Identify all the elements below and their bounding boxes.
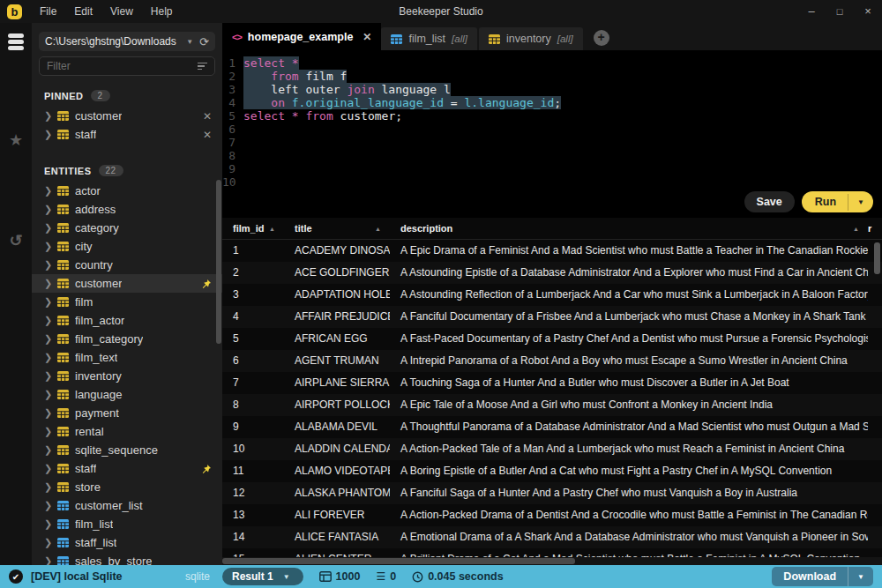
cell-film-id[interactable]: 2 xyxy=(222,262,284,284)
download-button-label[interactable]: Download xyxy=(772,567,848,586)
unpin-close-icon[interactable]: ✕ xyxy=(203,110,212,123)
chevron-right-icon[interactable]: ❯ xyxy=(44,463,51,474)
maximize-button[interactable]: □ xyxy=(826,0,854,23)
cell-film-id[interactable]: 7 xyxy=(222,372,284,394)
cell-description[interactable]: A Intrepid Panorama of a Robot And a Boy… xyxy=(390,350,868,372)
pinned-item-staff[interactable]: ❯ staff ✕ xyxy=(32,125,222,144)
minimize-button[interactable]: – xyxy=(797,0,826,23)
cell-film-id[interactable]: 11 xyxy=(222,460,284,482)
table-row[interactable]: 3 ADAPTATION HOLES A Astounding Reflecti… xyxy=(222,284,882,306)
menu-help[interactable]: Help xyxy=(151,5,173,18)
cell-description[interactable]: A Astounding Reflection of a Lumberjack … xyxy=(390,284,868,306)
cell-description[interactable]: A Touching Saga of a Hunter And a Butler… xyxy=(390,372,868,394)
table-row[interactable]: 6 AGENT TRUMAN A Intrepid Panorama of a … xyxy=(222,350,882,372)
column-header-film-id[interactable]: film_id ▲ xyxy=(222,223,284,234)
entity-item-city[interactable]: ❯ city xyxy=(32,237,222,256)
chevron-right-icon[interactable]: ❯ xyxy=(44,259,51,271)
code-line-7[interactable]: 7 xyxy=(222,136,882,149)
entity-item-address[interactable]: ❯ address xyxy=(32,200,222,219)
chevron-right-icon[interactable]: ❯ xyxy=(44,518,51,530)
code-line-9[interactable]: 9 xyxy=(222,162,882,175)
entity-item-film_category[interactable]: ❯ film_category xyxy=(32,330,222,348)
table-row[interactable]: 12 ALASKA PHANTOM A Fanciful Saga of a H… xyxy=(222,482,882,504)
save-button[interactable]: Save xyxy=(744,191,795,212)
entity-item-rental[interactable]: ❯ rental xyxy=(32,422,222,441)
pin-icon[interactable] xyxy=(201,464,212,474)
chevron-right-icon[interactable]: ❯ xyxy=(44,555,51,565)
run-button-label[interactable]: Run xyxy=(802,191,848,212)
unpin-close-icon[interactable]: ✕ xyxy=(203,129,212,141)
chevron-right-icon[interactable]: ❯ xyxy=(44,407,51,419)
chevron-right-icon[interactable]: ❯ xyxy=(44,333,51,345)
entity-item-store[interactable]: ❯ store xyxy=(32,478,222,496)
code-line-1[interactable]: 1 select * xyxy=(222,56,882,70)
cell-title[interactable]: AFFAIR PREJUDICE xyxy=(284,306,390,328)
sql-editor[interactable]: 1 select * 2 from film f 3 left outer jo… xyxy=(222,50,882,218)
sort-icon[interactable]: ▲ xyxy=(269,226,275,232)
table-row[interactable]: 7 AIRPLANE SIERRA A Touching Saga of a H… xyxy=(222,372,882,394)
table-row[interactable]: 9 ALABAMA DEVIL A Thoughtful Panorama of… xyxy=(222,416,882,438)
chevron-right-icon[interactable]: ❯ xyxy=(44,204,51,215)
code-line-4[interactable]: 4 on f.original_language_id = l.language… xyxy=(222,96,882,109)
cell-title[interactable]: AGENT TRUMAN xyxy=(284,350,390,372)
cell-title[interactable]: AIRPORT POLLOCK xyxy=(284,394,390,416)
sidebar-scrollbar[interactable] xyxy=(216,180,221,344)
entity-filter-input[interactable]: Filter xyxy=(39,56,215,76)
run-button[interactable]: Run ▼ xyxy=(802,191,873,212)
cell-film-id[interactable]: 12 xyxy=(222,482,284,504)
table-row[interactable]: 4 AFFAIR PREJUDICE A Fanciful Documentar… xyxy=(222,306,882,328)
chevron-right-icon[interactable]: ❯ xyxy=(44,129,51,140)
cell-title[interactable]: ACE GOLDFINGER xyxy=(284,262,390,284)
cell-title[interactable]: ALADDIN CALENDAR xyxy=(284,438,390,460)
chevron-right-icon[interactable]: ❯ xyxy=(44,500,51,511)
sort-icon[interactable]: ▲ xyxy=(375,226,381,232)
cell-description[interactable]: A Fast-Paced Documentary of a Pastry Che… xyxy=(390,328,868,350)
code-line-2[interactable]: 2 from film f xyxy=(222,70,882,83)
history-icon[interactable]: ↺ xyxy=(0,231,32,250)
cell-film-id[interactable]: 14 xyxy=(222,526,284,548)
chevron-right-icon[interactable]: ❯ xyxy=(44,481,51,493)
menu-edit[interactable]: Edit xyxy=(74,5,93,18)
entities-section-header[interactable]: ENTITIES 22 xyxy=(32,144,222,182)
chevron-right-icon[interactable]: ❯ xyxy=(44,185,51,197)
cell-description[interactable]: A Fanciful Documentary of a Frisbee And … xyxy=(390,306,868,328)
entity-item-film_list[interactable]: ❯ film_list xyxy=(32,515,222,533)
download-dropdown-caret-icon[interactable]: ▼ xyxy=(848,567,873,586)
chevron-right-icon[interactable]: ❯ xyxy=(44,241,51,252)
chevron-right-icon[interactable]: ❯ xyxy=(44,110,51,122)
pin-icon[interactable] xyxy=(201,279,212,289)
chevron-right-icon[interactable]: ❯ xyxy=(44,315,51,326)
cell-description[interactable]: A Action-Packed Drama of a Dentist And a… xyxy=(390,504,868,526)
cell-title[interactable]: ADAPTATION HOLES xyxy=(284,284,390,306)
pinned-section-header[interactable]: PINNED 2 xyxy=(32,76,222,107)
table-row[interactable]: 10 ALADDIN CALENDAR A Action-Packed Tale… xyxy=(222,438,882,460)
cell-title[interactable]: ALI FOREVER xyxy=(284,504,390,526)
result-selector[interactable]: Result 1 ▼ xyxy=(222,568,303,585)
cell-description[interactable]: A Fanciful Saga of a Hunter And a Pastry… xyxy=(390,482,868,504)
tab-film_list[interactable]: film_list [all] xyxy=(381,27,477,50)
chevron-right-icon[interactable]: ❯ xyxy=(44,370,51,382)
cell-description[interactable]: A Epic Drama of a Feminist And a Mad Sci… xyxy=(390,240,868,262)
cell-film-id[interactable]: 8 xyxy=(222,394,284,416)
cell-description[interactable]: A Epic Tale of a Moose And a Girl who mu… xyxy=(390,394,868,416)
tab-homepage_example[interactable]: <>homepage_example ✕ xyxy=(222,23,381,50)
cell-description[interactable]: A Boring Epistle of a Butler And a Cat w… xyxy=(390,460,868,482)
cell-description[interactable]: A Action-Packed Tale of a Man And a Lumb… xyxy=(390,438,868,460)
entity-item-sqlite_sequence[interactable]: ❯ sqlite_sequence xyxy=(32,441,222,459)
cell-film-id[interactable]: 6 xyxy=(222,350,284,372)
cell-title[interactable]: ALAMO VIDEOTAPE xyxy=(284,460,390,482)
database-path-select[interactable]: C:\Users\ghstng\Downloads ▼ ⟳ xyxy=(39,32,215,51)
code-line-8[interactable]: 8 xyxy=(222,149,882,162)
cell-title[interactable]: AFRICAN EGG xyxy=(284,328,390,350)
code-line-10[interactable]: 10 xyxy=(222,175,882,189)
horizontal-scrollbar-track[interactable] xyxy=(222,557,882,565)
close-button[interactable]: × xyxy=(854,0,882,23)
table-row[interactable]: 1 ACADEMY DINOSAUR A Epic Drama of a Fem… xyxy=(222,240,882,262)
cell-film-id[interactable]: 10 xyxy=(222,438,284,460)
entity-item-payment[interactable]: ❯ payment xyxy=(32,404,222,422)
chevron-right-icon[interactable]: ❯ xyxy=(44,389,51,400)
cell-film-id[interactable]: 5 xyxy=(222,328,284,350)
cell-title[interactable]: ALICE FANTASIA xyxy=(284,526,390,548)
entity-item-customer[interactable]: ❯ customer xyxy=(32,274,222,293)
cell-film-id[interactable]: 1 xyxy=(222,240,284,262)
